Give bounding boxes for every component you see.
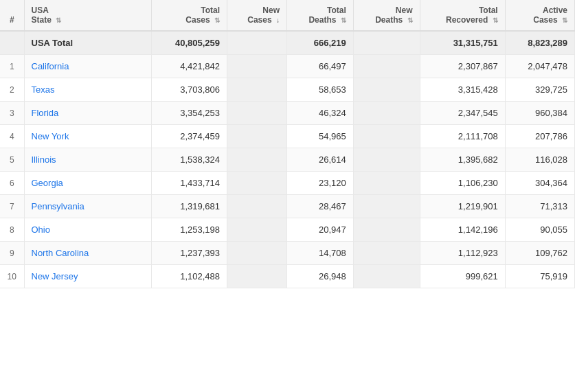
row-state[interactable]: California xyxy=(24,55,151,78)
row-total-cases: 1,538,324 xyxy=(151,148,227,172)
row-new-deaths xyxy=(353,195,420,218)
row-total-recovered: 3,315,428 xyxy=(420,78,505,102)
table-row: 10New Jersey1,102,48826,948999,62175,919 xyxy=(0,265,575,288)
row-state[interactable]: Pennsylvania xyxy=(24,195,151,218)
row-new-deaths xyxy=(353,102,420,125)
row-total-cases: 2,374,459 xyxy=(151,125,227,148)
row-total-cases: 1,433,714 xyxy=(151,172,227,195)
col-header-state: USA State ⇅ xyxy=(24,0,151,31)
row-active-cases: 90,055 xyxy=(505,218,574,242)
col-header-new-deaths: New Deaths ⇅ xyxy=(353,0,420,31)
row-rank: 2 xyxy=(0,78,24,102)
row-new-deaths xyxy=(353,125,420,148)
row-state[interactable]: Ohio xyxy=(24,218,151,242)
row-total-deaths: 58,653 xyxy=(286,78,353,102)
row-new-cases xyxy=(227,242,287,265)
row-new-cases xyxy=(227,55,287,78)
row-total-deaths: 20,947 xyxy=(286,218,353,242)
row-rank: 1 xyxy=(0,55,24,78)
row-state[interactable]: New Jersey xyxy=(24,265,151,288)
sort-icon-new-cases[interactable]: ↓ xyxy=(276,16,280,24)
row-active-cases: 71,313 xyxy=(505,195,574,218)
row-total-deaths: 26,614 xyxy=(286,148,353,172)
row-total-recovered: 1,112,923 xyxy=(420,242,505,265)
sort-icon-total-recovered[interactable]: ⇅ xyxy=(493,16,498,24)
row-new-cases xyxy=(227,172,287,195)
col-header-total-recovered: Total Recovered ⇅ xyxy=(420,0,505,31)
row-active-cases: 116,028 xyxy=(505,148,574,172)
row-rank: 5 xyxy=(0,148,24,172)
table-row: 4New York2,374,45954,9652,111,708207,786 xyxy=(0,125,575,148)
row-total-deaths: 26,948 xyxy=(286,265,353,288)
row-new-deaths xyxy=(353,242,420,265)
row-state[interactable]: Illinois xyxy=(24,148,151,172)
row-total-recovered: 999,621 xyxy=(420,265,505,288)
row-new-cases xyxy=(227,102,287,125)
row-total-recovered: 1,395,682 xyxy=(420,148,505,172)
row-rank: 9 xyxy=(0,242,24,265)
row-rank: 3 xyxy=(0,102,24,125)
table-row: 2Texas3,703,80658,6533,315,428329,725 xyxy=(0,78,575,102)
row-new-deaths xyxy=(353,148,420,172)
total-active-cases: 8,823,289 xyxy=(505,31,574,55)
row-new-cases xyxy=(227,195,287,218)
row-active-cases: 960,384 xyxy=(505,102,574,125)
total-total-cases: 40,805,259 xyxy=(151,31,227,55)
row-new-cases xyxy=(227,78,287,102)
col-header-new-cases: New Cases ↓ xyxy=(227,0,287,31)
total-total-deaths: 666,219 xyxy=(286,31,353,55)
table-row: 7Pennsylvania1,319,68128,4671,219,90171,… xyxy=(0,195,575,218)
table-row: 9North Carolina1,237,39314,7081,112,9231… xyxy=(0,242,575,265)
row-state[interactable]: Florida xyxy=(24,102,151,125)
row-total-cases: 3,703,806 xyxy=(151,78,227,102)
covid-stats-table: # USA State ⇅ Total Cases ⇅ New Cases ↓ … xyxy=(0,0,575,288)
total-total-recovered: 31,315,751 xyxy=(420,31,505,55)
row-active-cases: 2,047,478 xyxy=(505,55,574,78)
row-total-cases: 4,421,842 xyxy=(151,55,227,78)
table-row: 5Illinois1,538,32426,6141,395,682116,028 xyxy=(0,148,575,172)
sort-icon-total-cases[interactable]: ⇅ xyxy=(214,16,220,24)
row-active-cases: 207,786 xyxy=(505,125,574,148)
row-total-cases: 1,319,681 xyxy=(151,195,227,218)
total-rank xyxy=(0,31,24,55)
row-total-deaths: 23,120 xyxy=(286,172,353,195)
col-header-total-deaths: Total Deaths ⇅ xyxy=(286,0,353,31)
row-state[interactable]: New York xyxy=(24,125,151,148)
row-total-deaths: 66,497 xyxy=(286,55,353,78)
row-new-cases xyxy=(227,125,287,148)
table-row: 6Georgia1,433,71423,1201,106,230304,364 xyxy=(0,172,575,195)
row-state[interactable]: Texas xyxy=(24,78,151,102)
total-new-cases xyxy=(227,31,287,55)
row-rank: 7 xyxy=(0,195,24,218)
sort-icon-active-cases[interactable]: ⇅ xyxy=(562,16,567,24)
row-total-recovered: 2,347,545 xyxy=(420,102,505,125)
row-total-recovered: 1,106,230 xyxy=(420,172,505,195)
sort-icon-new-deaths[interactable]: ⇅ xyxy=(407,16,413,24)
table-row: 8Ohio1,253,19820,9471,142,19690,055 xyxy=(0,218,575,242)
row-active-cases: 109,762 xyxy=(505,242,574,265)
row-rank: 4 xyxy=(0,125,24,148)
row-active-cases: 304,364 xyxy=(505,172,574,195)
sort-icon-total-deaths[interactable]: ⇅ xyxy=(341,16,346,24)
total-row: USA Total 40,805,259 666,219 31,315,751 … xyxy=(0,31,575,55)
row-total-recovered: 1,142,196 xyxy=(420,218,505,242)
row-active-cases: 75,919 xyxy=(505,265,574,288)
row-total-deaths: 14,708 xyxy=(286,242,353,265)
row-state[interactable]: North Carolina xyxy=(24,242,151,265)
row-new-deaths xyxy=(353,55,420,78)
row-new-cases xyxy=(227,218,287,242)
row-total-cases: 3,354,253 xyxy=(151,102,227,125)
row-new-deaths xyxy=(353,265,420,288)
row-state[interactable]: Georgia xyxy=(24,172,151,195)
row-total-recovered: 1,219,901 xyxy=(420,195,505,218)
sort-icon-state[interactable]: ⇅ xyxy=(56,16,61,24)
row-new-deaths xyxy=(353,172,420,195)
row-new-cases xyxy=(227,148,287,172)
row-new-deaths xyxy=(353,218,420,242)
row-total-deaths: 28,467 xyxy=(286,195,353,218)
row-new-deaths xyxy=(353,78,420,102)
row-total-cases: 1,253,198 xyxy=(151,218,227,242)
table-row: 3Florida3,354,25346,3242,347,545960,384 xyxy=(0,102,575,125)
row-active-cases: 329,725 xyxy=(505,78,574,102)
row-total-cases: 1,102,488 xyxy=(151,265,227,288)
